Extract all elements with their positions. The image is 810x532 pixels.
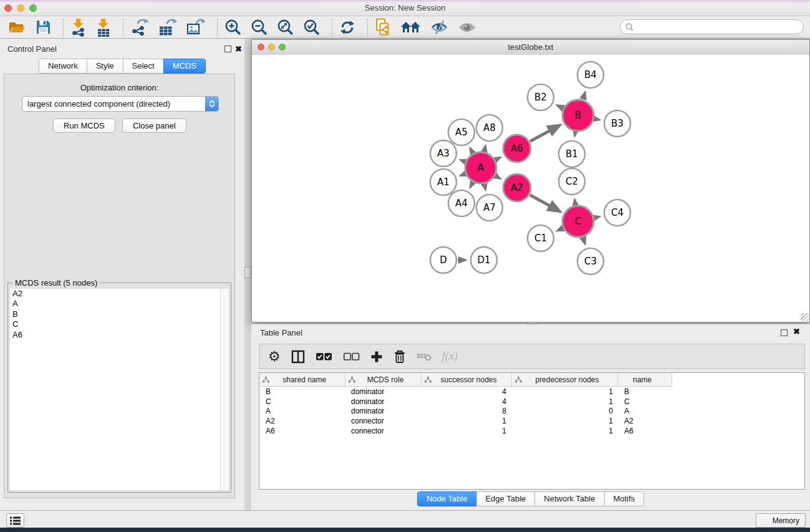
graph-node-A4[interactable] (448, 190, 475, 216)
close-table-panel-icon[interactable]: ✖ (793, 328, 800, 335)
network-graph[interactable]: B4B2BB3A8A5A6A3B1AA1C2A2A4A7C4CC1C3DD1 (252, 55, 809, 322)
graph-node-C[interactable] (562, 206, 594, 237)
graph-edge-B-B4[interactable] (583, 92, 586, 99)
table-row[interactable]: A6connector11A6 (259, 426, 672, 436)
graph-edge-B-B2[interactable] (557, 105, 563, 109)
graph-node-B1[interactable] (559, 141, 585, 167)
delete-column-trash-icon[interactable] (393, 350, 406, 364)
graph-node-A[interactable] (465, 152, 496, 183)
graph-node-A7[interactable] (476, 195, 503, 221)
column-header-successor-nodes[interactable]: successor nodes (421, 373, 511, 387)
mcds-result-item[interactable]: B (10, 309, 229, 319)
mcds-result-item[interactable]: A6 (10, 330, 229, 340)
task-history-button[interactable] (6, 513, 24, 528)
network-canvas[interactable]: B4B2BB3A8A5A6A3B1AA1C2A2A4A7C4CC1C3DD1 (252, 55, 809, 322)
graph-node-A6[interactable] (503, 135, 531, 162)
import-network-icon[interactable] (70, 18, 86, 37)
float-table-panel-icon[interactable] (781, 329, 788, 336)
table-row[interactable]: A2connector11A2 (259, 416, 672, 426)
graph-edge-A-A7[interactable] (485, 184, 486, 190)
delete-table-icon[interactable] (417, 352, 432, 362)
tab-select[interactable]: Select (123, 59, 164, 74)
open-session-icon[interactable] (7, 19, 26, 36)
graph-edge-C-C4[interactable] (594, 216, 599, 218)
mcds-result-item[interactable]: C (10, 319, 229, 329)
column-header-name[interactable]: name (618, 373, 672, 387)
hide-selected-icon[interactable] (430, 19, 448, 36)
mcds-result-item[interactable]: A2 (10, 289, 229, 299)
window-resize-grip[interactable] (801, 313, 809, 321)
home-neighbors-icon[interactable] (400, 20, 421, 35)
vertical-splitter-handle[interactable] (244, 267, 251, 278)
result-scrollbar[interactable] (220, 289, 229, 490)
float-panel-icon[interactable] (224, 46, 231, 52)
mcds-result-item[interactable]: A (10, 299, 229, 309)
clone-network-icon[interactable] (375, 18, 391, 36)
table-row[interactable]: Cdominator41C (259, 397, 672, 407)
tab-motifs[interactable]: Motifs (604, 491, 644, 506)
graph-node-A2[interactable] (503, 174, 531, 201)
function-builder-icon[interactable]: f(x) (442, 350, 458, 363)
graph-node-C3[interactable] (577, 248, 604, 274)
graph-node-A5[interactable] (448, 119, 475, 145)
tab-network[interactable]: Network (39, 59, 87, 74)
graph-node-C1[interactable] (528, 225, 554, 251)
export-image-icon[interactable] (186, 18, 205, 36)
graph-node-B2[interactable] (528, 84, 554, 110)
criterion-select[interactable]: largest connected component (directed) (22, 96, 219, 112)
table-row[interactable]: Adominator80A (259, 407, 672, 417)
table-row[interactable]: Bdominator41B (259, 387, 672, 397)
search-field[interactable] (620, 19, 804, 34)
memory-button[interactable]: Memory (756, 513, 806, 528)
graph-edge-C-C2[interactable] (574, 200, 575, 205)
tab-edge-table[interactable]: Edge Table (476, 491, 535, 506)
graph-edge-A6-B[interactable] (530, 125, 560, 142)
zoom-in-icon[interactable] (224, 19, 241, 36)
import-table-icon[interactable] (95, 18, 111, 37)
run-mcds-button[interactable]: Run MCDS (53, 118, 115, 133)
column-header-shared-name[interactable]: shared name (259, 373, 345, 387)
graph-node-C2[interactable] (559, 168, 585, 195)
graph-node-A1[interactable] (430, 169, 456, 195)
graph-edge-A-A8[interactable] (485, 145, 486, 151)
graph-node-D[interactable] (430, 247, 456, 273)
graph-edge-C-C3[interactable] (583, 238, 585, 244)
refresh-icon[interactable] (339, 19, 355, 36)
graph-edge-B-B1[interactable] (575, 132, 576, 137)
graph-node-C4[interactable] (604, 200, 630, 226)
graph-edge-A-A1[interactable] (460, 174, 465, 176)
tab-network-table[interactable]: Network Table (534, 491, 604, 506)
graph-edge-B-B3[interactable] (594, 118, 599, 120)
graph-edge-A-A2[interactable] (496, 176, 501, 178)
graph-node-B4[interactable] (577, 62, 604, 88)
show-columns-icon[interactable] (291, 350, 305, 364)
search-input[interactable] (637, 22, 803, 32)
export-table-icon[interactable] (158, 18, 177, 36)
graph-edge-A2-C[interactable] (530, 195, 560, 211)
tab-style[interactable]: Style (87, 59, 123, 74)
graph-edge-A-A4[interactable] (470, 183, 473, 188)
tab-node-table[interactable]: Node Table (417, 491, 477, 506)
table-options-gear-icon[interactable]: ⚙ (268, 350, 281, 364)
close-panel-icon[interactable]: ✖ (235, 46, 242, 52)
column-header-predecessor-nodes[interactable]: predecessor nodes (511, 373, 618, 387)
graph-node-A3[interactable] (430, 140, 456, 167)
save-session-icon[interactable] (36, 19, 51, 35)
graph-edge-A-A6[interactable] (496, 157, 501, 160)
graph-node-B[interactable] (562, 100, 594, 131)
graph-edge-A-A3[interactable] (460, 160, 465, 162)
graph-node-B3[interactable] (604, 110, 630, 137)
graph-node-D1[interactable] (471, 247, 497, 273)
deselect-all-icon[interactable] (343, 352, 360, 361)
tab-mcds[interactable]: MCDS (163, 59, 206, 74)
graph-edge-A-A5[interactable] (470, 148, 473, 153)
graph-node-A8[interactable] (476, 115, 503, 141)
show-all-eye-icon[interactable] (458, 21, 476, 34)
graph-edge-C-C1[interactable] (557, 228, 562, 231)
export-network-icon[interactable] (130, 18, 149, 36)
close-panel-button[interactable]: Close panel (122, 118, 186, 133)
zoom-fit-icon[interactable] (277, 19, 294, 36)
add-column-plus-icon[interactable] (370, 351, 383, 363)
select-all-icon[interactable] (316, 352, 332, 361)
zoom-out-icon[interactable] (251, 19, 268, 36)
